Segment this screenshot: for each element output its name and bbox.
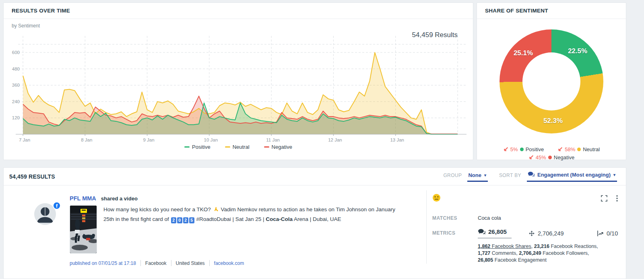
engagement-metric[interactable]: 26,805 [478,228,512,238]
legend-dot [548,156,552,159]
matches-label: MATCHES [432,215,478,221]
keycap-digit: 0 [177,217,182,223]
metrics-label: METRICS [432,230,478,236]
divider [171,260,171,266]
result-action: shared a video [101,196,138,202]
legend-swatch [264,146,269,148]
sort-value: Engagement (Most engaging) [537,172,611,178]
donut-legend: 5%Positive58%Neutral45%Negative [477,146,626,162]
arrow-down-left-icon [503,147,508,152]
engagement-count: 26,805 [488,228,507,235]
reach-metric[interactable]: 2,706,249 [528,230,581,237]
svg-text:7 Jan: 7 Jan [19,137,30,142]
facebook-badge-icon: f [53,202,61,210]
score-metric[interactable]: 0/10 [597,230,618,237]
keycap-2025: 2025 [171,216,195,222]
svg-text:9 Jan: 9 Jan [143,137,155,142]
keycap-digit: 2 [171,217,176,223]
svg-text:360: 360 [12,83,20,87]
svg-text:120: 120 [12,115,20,120]
legend-dot [520,148,524,151]
chevron-down-icon: ▾ [484,173,486,177]
panel-title: RESULTS OVER TIME [4,3,473,19]
group-dropdown[interactable]: None ▾ [467,172,488,182]
change-percent: 45% [536,154,546,160]
divider [140,260,141,266]
legend-label: Positive [192,144,211,150]
results-over-time-panel: RESULTS OVER TIME by Sentiment 54,459 Re… [3,2,473,160]
sentiment-donut-chart: 22.5%52.3%25.1% [500,29,603,133]
chat-bubbles-icon [478,229,485,235]
svg-text:10 Jan: 10 Jan [204,137,218,142]
donut-label-negative: 25.1% [514,49,533,57]
sentiment-neutral-icon[interactable] [432,194,441,204]
legend-swatch [184,146,190,148]
site-link[interactable]: facebook.com [214,260,244,266]
metrics-breakdown: 1,862 Facebook Shares, 23,216 Facebook R… [478,243,606,264]
four-way-arrows-icon [528,230,535,237]
engagement-icon [528,171,535,178]
svg-text:8 Jan: 8 Jan [81,137,92,142]
share-of-sentiment-panel: SHARE OF SENTIMENT 22.5%52.3%25.1% 5%Pos… [477,2,626,160]
legend-label: Negative [272,144,292,150]
matches-value: Coca cola [478,215,501,221]
reach-count: 2,706,249 [538,230,564,237]
svg-text:11 Jan: 11 Jan [266,137,280,142]
panel-title: SHARE OF SENTIMENT [477,3,626,19]
sort-by-label: SORT BY [499,173,521,178]
divider [209,260,210,266]
svg-text:600: 600 [12,50,20,55]
score-value: 0/10 [607,230,618,237]
leg-emoji-icon [213,207,219,213]
legend-label: Negative [554,154,574,160]
sort-dropdown[interactable]: Engagement (Most engaging) ▾ [527,171,617,182]
legend-label: Positive [526,146,544,152]
arrow-down-left-icon [528,155,534,160]
legend-item-positive[interactable]: Positive [184,144,211,150]
donut-label-neutral: 52.3% [543,117,563,125]
sentiment-time-chart: 1202403604806007 Jan8 Jan9 Jan10 Jan11 J… [4,19,474,158]
donut-label-positive: 22.5% [568,47,587,55]
legend-swatch [225,146,230,148]
chevron-down-icon: ▾ [613,173,615,177]
country-label: United States [176,260,205,266]
sentiment-legend-item-positive[interactable]: 5%Positive [503,146,544,152]
result-message: How many leg kicks do you need for a TKO… [103,205,406,254]
svg-text:240: 240 [12,99,20,104]
legend-label: Neutral [583,146,600,152]
legend-item-neutral[interactable]: Neutral [225,144,250,150]
trend-chart-icon [597,230,604,237]
svg-text:480: 480 [12,67,20,71]
donut-hole [522,52,580,110]
time-chart-legend: PositiveNeutralNegative [4,144,473,150]
matched-term: Coca-Cola [266,216,293,222]
group-label: GROUP [443,173,462,178]
svg-text:13 Jan: 13 Jan [390,137,404,142]
arrow-down-left-icon [557,147,563,152]
sentiment-legend-item-negative[interactable]: 45%Negative [528,154,574,160]
legend-item-negative[interactable]: Negative [264,144,292,150]
keycap-digit: 2 [183,217,188,223]
svg-text:12 Jan: 12 Jan [328,137,342,142]
expand-icon[interactable] [601,195,607,202]
legend-label: Neutral [233,144,250,150]
keycap-digit: 5 [189,217,194,223]
video-thumbnail[interactable] [70,205,97,254]
sentiment-legend-item-neutral[interactable]: 58%Neutral [557,146,600,152]
change-percent: 58% [565,146,575,152]
results-count-title: 54,459 RESULTS [9,173,55,180]
network-label: Facebook [145,260,167,266]
change-percent: 5% [510,146,518,152]
legend-dot [577,148,581,151]
group-value: None [468,172,481,178]
result-card: f PFL MMA shared a video [4,185,626,269]
results-panel: 54,459 RESULTS GROUP None ▾ SORT BY Enga… [3,167,626,279]
result-author-link[interactable]: PFL MMA [70,195,96,202]
published-link[interactable]: published on 07/01/25 at 17:18 [70,260,136,266]
kebab-menu-icon[interactable] [616,195,618,202]
